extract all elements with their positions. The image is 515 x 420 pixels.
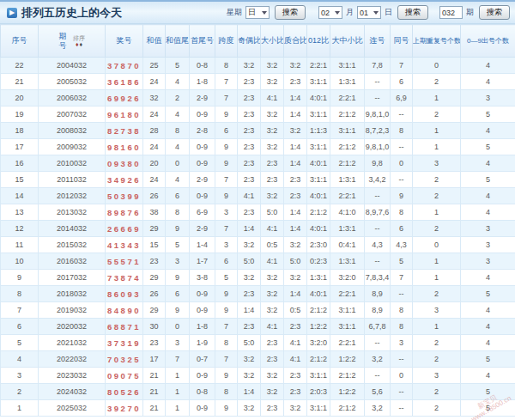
cell-012: 3:1:1 [307, 107, 330, 123]
cell-big-small: 3:2 [261, 188, 284, 204]
cell-sum-tail: 5 [166, 58, 190, 74]
cell-digit-count: 4 [461, 302, 515, 319]
cell-digit-count: 5 [461, 286, 515, 302]
cell-prime-composite: 1:4 [284, 204, 307, 221]
table-row: 7 2019032 84890 29 9 0-9 9 1:4 3:2 0:5 2… [1, 302, 515, 319]
cell-seq: 2 [1, 384, 39, 400]
header-seq: 序号 [1, 25, 39, 58]
cell-prize: 68871 [106, 319, 143, 335]
sort-asc-icon[interactable]: ♦ [76, 41, 79, 47]
cell-big-small: 4:1 [261, 319, 284, 335]
cell-same: 6 [391, 221, 413, 237]
cell-odd-even: 3:2 [238, 270, 261, 286]
cell-repeat-prev: 1 [413, 204, 461, 221]
table-row: 1 2025032 39270 21 1 0-9 9 3:2 2:3 3:2 3… [1, 400, 515, 417]
cell-sum: 32 [143, 90, 166, 107]
cell-012: 3:1:1 [307, 172, 330, 188]
cell-seq: 17 [1, 139, 39, 155]
cell-prime-composite: 2:3 [284, 368, 307, 384]
cell-prize: 86093 [106, 286, 143, 302]
cell-repeat-prev: 1 [413, 319, 461, 335]
cell-minmax: 1-4 [190, 237, 215, 253]
cell-repeat-prev: 1 [413, 90, 461, 107]
cell-prime-composite: 2:3 [284, 74, 307, 90]
cell-consecutive: 8,9 [365, 302, 391, 319]
cell-period: 2022032 [39, 351, 106, 368]
cell-consecutive: 6,7,8 [365, 319, 391, 335]
table-row: 12 2014032 26669 29 9 2-9 7 1:4 4:1 1:4 … [1, 221, 515, 237]
cell-sum-tail: 9 [166, 302, 190, 319]
cell-big-small: 3:2 [261, 107, 284, 123]
cell-minmax: 0-8 [190, 58, 215, 74]
cell-minmax: 0-9 [190, 139, 215, 155]
cell-odd-even: 2:3 [238, 319, 261, 335]
cell-seq: 14 [1, 188, 39, 204]
cell-big-mid-small: 2:1:2 [330, 368, 365, 384]
week-select-value: 日 [248, 7, 256, 18]
cell-012: 2:0:3 [307, 384, 330, 400]
header-minmax: 首尾号 [190, 25, 215, 58]
cell-span: 3 [215, 204, 238, 221]
cell-same: 6,9 [391, 90, 413, 107]
cell-digit-count: 3 [461, 237, 515, 253]
cell-digit-count: 4 [461, 319, 515, 335]
day-select[interactable]: 01 [357, 6, 381, 19]
search-controls: 星期 日 搜索 02 月 01 日 搜索 期 搜索 [225, 5, 510, 20]
title-group: ▶ 排列五历史上的今天 [7, 5, 122, 21]
cell-prime-composite: 5:0 [284, 253, 307, 270]
sort-label: 排序 [73, 35, 85, 41]
cell-seq: 1 [1, 400, 39, 417]
cell-digit-count: 5 [461, 384, 515, 400]
cell-sum-tail: 5 [166, 237, 190, 253]
cell-odd-even: 2:3 [238, 107, 261, 123]
week-select[interactable]: 日 [245, 6, 270, 19]
issue-search-button[interactable]: 搜索 [479, 5, 510, 20]
cell-span: 5 [215, 270, 238, 286]
cell-sum: 24 [143, 172, 166, 188]
cell-sum-tail: 4 [166, 107, 190, 123]
cell-prize: 73874 [106, 270, 143, 286]
month-select[interactable]: 02 [318, 6, 342, 19]
cell-sum-tail: 9 [166, 221, 190, 237]
sort-desc-icon[interactable]: ♦ [80, 41, 83, 47]
cell-prize: 39270 [106, 400, 143, 417]
cell-012: 3:1:1 [307, 74, 330, 90]
cell-odd-even: 3:2 [238, 237, 261, 253]
cell-sum-tail: 6 [166, 286, 190, 302]
cell-big-mid-small: 2:1:2 [330, 139, 365, 155]
cell-big-small: 3:2 [261, 58, 284, 74]
cell-digit-count: 3 [461, 253, 515, 270]
header-sum-tail: 和值尾 [166, 25, 190, 58]
cell-minmax: 2-9 [190, 221, 215, 237]
cell-prize: 37319 [106, 335, 143, 351]
sort-control[interactable]: 排序 ♦ ♦ [73, 35, 85, 47]
cell-prize: 34926 [106, 172, 143, 188]
cell-repeat-prev: 2 [413, 74, 461, 90]
cell-same: 9 [391, 188, 413, 204]
table-row: 5 2021032 37319 23 3 1-9 8 5:0 2:3 4:1 3… [1, 335, 515, 351]
cell-big-small: 4:1 [261, 90, 284, 107]
issue-input[interactable] [439, 6, 463, 19]
cell-sum-tail: 9 [166, 270, 190, 286]
cell-consecutive: -- [365, 221, 391, 237]
table-header: 序号 期号 排序 ♦ ♦ 奖号 和值 和值尾 首尾号 跨度 奇偶比 [1, 25, 515, 58]
cell-consecutive: 8,9 [365, 286, 391, 302]
cell-span: 7 [215, 172, 238, 188]
week-search-button[interactable]: 搜索 [275, 5, 306, 20]
cell-012: 4:0:1 [307, 155, 330, 172]
cell-prime-composite: 3:2 [284, 123, 307, 139]
cell-prime-composite: 3:2 [284, 237, 307, 253]
cell-big-small: 2:3 [261, 400, 284, 417]
sort-icons: ♦ ♦ [76, 41, 82, 47]
cell-odd-even: 3:2 [238, 58, 261, 74]
date-search-button[interactable]: 搜索 [397, 5, 428, 20]
cell-big-mid-small: 2:2:1 [330, 335, 365, 351]
cell-minmax: 1-7 [190, 253, 215, 270]
cell-minmax: 0-9 [190, 302, 215, 319]
week-label: 星期 [227, 7, 242, 18]
cell-prime-composite: 3:2 [284, 270, 307, 286]
cell-span: 9 [215, 400, 238, 417]
cell-period: 2021032 [39, 335, 106, 351]
header-sum: 和值 [143, 25, 166, 58]
cell-prime-composite: 2:3 [284, 188, 307, 204]
